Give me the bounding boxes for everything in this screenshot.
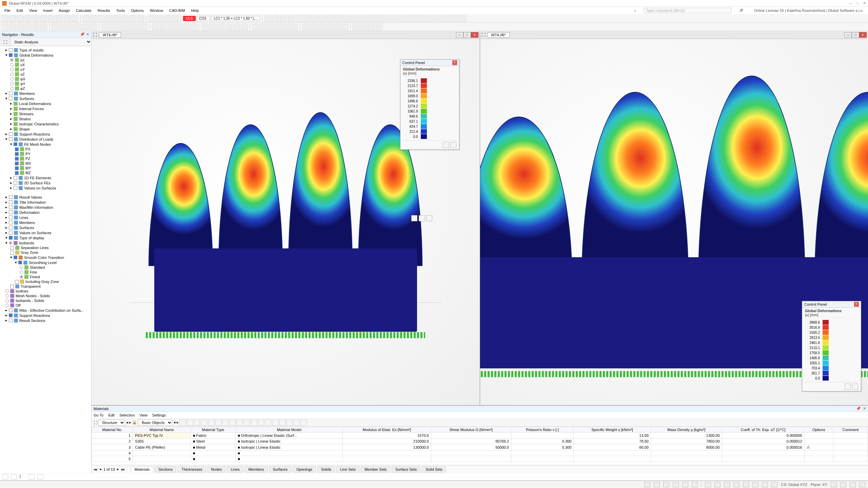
control-panel-right[interactable]: Control Panel✕ Global Deformations|u| [m… xyxy=(802,301,861,391)
status-btn-5[interactable] xyxy=(692,482,698,487)
mat-pin-icon[interactable]: 📌 xyxy=(856,406,861,411)
toolbar1-btn4-1[interactable] xyxy=(272,15,279,22)
toolbar2-btn-18[interactable] xyxy=(152,24,159,30)
mat-row-5[interactable]: 5■ ■ xyxy=(92,456,868,462)
status-btn2-0[interactable] xyxy=(705,482,711,487)
status-btn3-2[interactable] xyxy=(850,482,856,487)
disp-item-3[interactable]: ▸ Deformation xyxy=(5,210,91,215)
toolbar1-btn2-2[interactable] xyxy=(98,15,105,22)
pager-next[interactable]: ▸ xyxy=(117,467,119,471)
toolbar2-btn-23[interactable] xyxy=(191,24,198,30)
vp-left-minitoolbar[interactable] xyxy=(411,215,432,221)
mat-tool-btn-17[interactable] xyxy=(301,420,307,426)
status-btn2-4[interactable] xyxy=(743,482,749,487)
mat-tool-btn-2[interactable] xyxy=(194,420,200,426)
toolbar1-btn2-4[interactable] xyxy=(114,15,121,22)
toolbar2-btn-14[interactable] xyxy=(117,24,124,30)
vp2-close-icon[interactable]: ✕ xyxy=(859,32,867,38)
mat-tool-btn-11[interactable] xyxy=(258,420,264,426)
mat-tool-btn-5[interactable] xyxy=(215,420,221,426)
toolbar1-btn4-14[interactable] xyxy=(374,15,380,22)
toolbar2-btn-41[interactable] xyxy=(341,24,348,30)
navigator-tree[interactable]: ▸ Type of results ▾ Global Deformations … xyxy=(0,46,91,473)
menu-window[interactable]: Window xyxy=(147,8,166,13)
gd-item-1[interactable]: uX xyxy=(9,62,91,67)
mat-tool-btn-8[interactable] xyxy=(237,420,243,426)
disp-item-6[interactable]: ▸ Surfaces xyxy=(5,225,91,230)
mat-tool-btn-7[interactable] xyxy=(230,420,236,426)
toolbar1-btn4-9[interactable] xyxy=(335,15,341,22)
surf-item-0[interactable]: ▸ Local Deformations xyxy=(9,101,91,106)
toolbar2-btn-21[interactable] xyxy=(175,24,182,30)
mat-tool-btn-4[interactable] xyxy=(208,420,214,426)
lowbar-btn-3[interactable] xyxy=(28,474,35,480)
menu-options[interactable]: Options xyxy=(128,8,147,13)
mat-tool-btn-16[interactable] xyxy=(294,420,300,426)
toolbar1-btn4-0[interactable] xyxy=(264,15,271,22)
toolbar1-btn4-3[interactable] xyxy=(288,15,295,22)
fe-item-5[interactable]: MZ xyxy=(14,170,91,175)
toolbar2-btn-34[interactable] xyxy=(283,24,290,30)
mat-tool-btn-12[interactable] xyxy=(265,420,271,426)
toolbar2-btn-2[interactable] xyxy=(17,24,24,30)
mat-tab-surfaces[interactable]: Surfaces xyxy=(269,466,291,472)
toolbar1-btn-8[interactable] xyxy=(64,15,71,22)
mat-tab-surface sets[interactable]: Surface Sets xyxy=(392,466,420,472)
status-btn2-2[interactable] xyxy=(724,482,730,487)
toolbar2-btn-22[interactable] xyxy=(183,24,190,30)
toolbar2-btn-24[interactable] xyxy=(202,24,209,30)
toolbar2-btn-42[interactable] xyxy=(353,24,359,30)
status-btn2-3[interactable] xyxy=(733,482,739,487)
toolbar2-btn-36[interactable] xyxy=(302,24,309,30)
toolbar1-btn4-7[interactable] xyxy=(319,15,326,22)
mat-tool-btn-3[interactable] xyxy=(201,420,207,426)
lowbar-btn-2[interactable] xyxy=(11,474,17,480)
toolbar1-btn4-16[interactable] xyxy=(389,15,396,22)
toolbar2-btn-0[interactable] xyxy=(1,24,8,30)
toolbar2-btn-40[interactable] xyxy=(334,24,340,30)
toolbar1-btn4-23[interactable] xyxy=(444,15,451,22)
toolbar1-btn3-3[interactable] xyxy=(172,15,179,22)
vp-max-icon[interactable]: □ xyxy=(463,32,471,38)
disp-item-4[interactable]: ▸ Lines xyxy=(5,215,91,220)
status-btn-1[interactable] xyxy=(654,482,660,487)
disp-item-2[interactable]: ▸ Max/Min Information xyxy=(5,205,91,210)
mat-tab-line sets[interactable]: Line Sets xyxy=(336,466,359,472)
gd-item-0[interactable]: |u| xyxy=(9,58,91,62)
load-combo[interactable]: LC1 * 1.35 + LC2 * 1.50 * L... xyxy=(211,16,260,21)
gd-item-5[interactable]: φY xyxy=(9,81,91,86)
toolbar1-btn2-7[interactable] xyxy=(137,15,144,22)
mat-tab-member sets[interactable]: Member Sets xyxy=(361,466,390,472)
toolbar1-btn4-10[interactable] xyxy=(342,15,349,22)
toolbar1-btn4-8[interactable] xyxy=(327,15,334,22)
status-btn-2[interactable] xyxy=(663,482,669,487)
toolbar2-btn-45[interactable] xyxy=(376,24,383,30)
nav-pin-icon[interactable]: 📌 xyxy=(80,32,85,37)
vp-min-icon[interactable]: — xyxy=(456,32,463,38)
surf-item-4[interactable]: ▸ Isotropic Characteristics xyxy=(9,121,91,126)
status-btn3-3[interactable] xyxy=(859,482,865,487)
mat-tab-thicknesses[interactable]: Thicknesses xyxy=(178,466,206,472)
toolbar1-btn4-15[interactable] xyxy=(381,15,388,22)
mat-tool-btn-10[interactable] xyxy=(251,420,257,426)
mat-row-3[interactable]: 3Cable PE (Pfeifer)■ Metal■ Isotropic | … xyxy=(92,444,868,450)
mat-tool-btn-9[interactable] xyxy=(244,420,250,426)
surf-item-5[interactable]: ▸ Shape xyxy=(9,126,91,131)
toolbar1-btn-7[interactable] xyxy=(56,15,63,22)
gd-item-6[interactable]: φZ xyxy=(9,86,91,91)
toolbar1-btn-2[interactable] xyxy=(17,15,24,22)
toolbar2-btn-5[interactable] xyxy=(40,24,47,30)
toolbar2-btn-1[interactable] xyxy=(9,24,16,30)
toolbar1-btn2-0[interactable] xyxy=(83,15,90,22)
pager-last[interactable]: ⏭ xyxy=(121,467,125,471)
mat-tool-btn-15[interactable] xyxy=(287,420,293,426)
mat-tab-lines[interactable]: Lines xyxy=(227,466,243,472)
toolbar2-btn-16[interactable] xyxy=(133,24,140,30)
toolbar1-btn-6[interactable] xyxy=(48,15,55,22)
toolbar2-btn-15[interactable] xyxy=(125,24,132,30)
mat-tab-members[interactable]: Members xyxy=(245,466,268,472)
mat-menu-selection[interactable]: Selection xyxy=(119,413,135,417)
mat-tool-btn-14[interactable] xyxy=(279,420,285,426)
disp-item-5[interactable]: ▸ Members xyxy=(5,220,91,225)
menu-file[interactable]: File xyxy=(1,8,14,13)
